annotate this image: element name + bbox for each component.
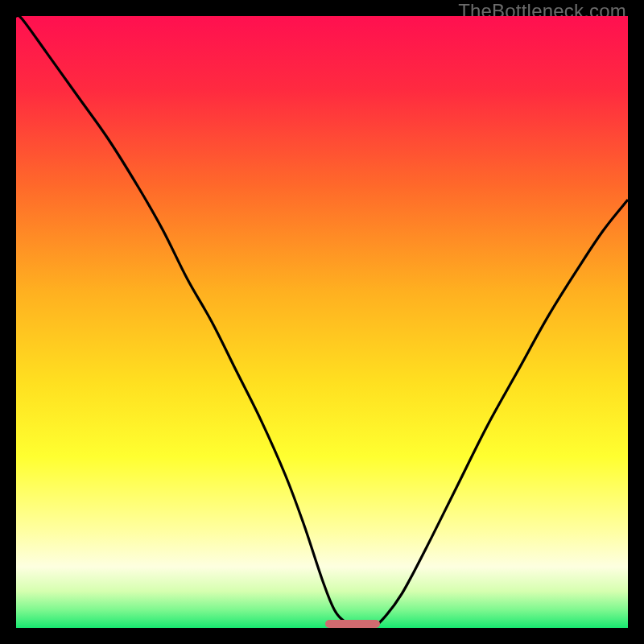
- curve-path: [16, 16, 628, 628]
- plot-area: [16, 16, 628, 628]
- chart-stage: TheBottleneck.com: [0, 0, 644, 644]
- bottleneck-curve: [16, 16, 628, 628]
- optimal-range-marker: [325, 620, 380, 628]
